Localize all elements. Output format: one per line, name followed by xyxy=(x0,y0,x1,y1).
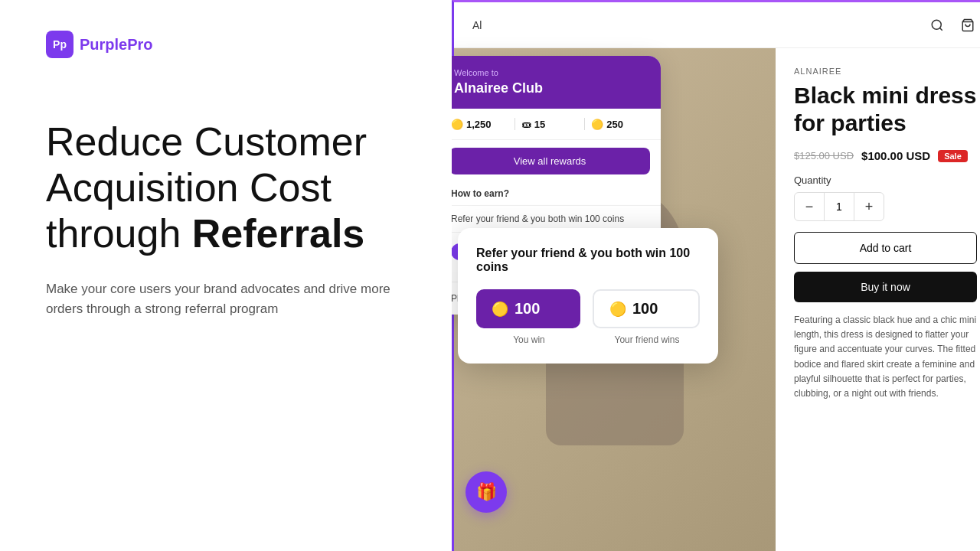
cart-icon[interactable] xyxy=(959,16,977,34)
friend-wins-label: Your friend wins xyxy=(594,331,700,345)
widget-header: Welcome to Alnairee Club xyxy=(452,56,661,109)
friend-wins-amount: 100 xyxy=(632,300,658,318)
points-icon: 🟡 xyxy=(591,119,603,130)
quantity-decrease-button[interactable]: − xyxy=(795,193,824,220)
product-title: Black mini dress for parties xyxy=(794,82,977,137)
referral-modal: Refer your friend & you both win 100 coi… xyxy=(458,228,718,364)
shop-header: Al xyxy=(454,2,980,48)
widget-stats: 🟡 1,250 🎟 15 🟡 250 xyxy=(452,109,661,140)
add-to-cart-button[interactable]: Add to cart xyxy=(794,232,977,264)
logo-icon-text: Pp xyxy=(53,38,67,51)
referral-coins-row: 🟡 100 🟡 100 xyxy=(476,289,700,328)
gift-button[interactable]: 🎁 xyxy=(466,471,507,513)
logo-text: PurplePro xyxy=(80,36,153,54)
logo-area: Pp PurplePro xyxy=(46,31,406,58)
left-panel: Pp PurplePro Reduce Customer Acquisition… xyxy=(0,0,452,551)
sale-badge: Sale xyxy=(938,150,968,162)
stat-divider-2 xyxy=(584,118,585,130)
gift-icon: 🎁 xyxy=(476,482,497,502)
product-info: ALNAIREE Black mini dress for parties $1… xyxy=(776,48,980,551)
points-value: 250 xyxy=(606,119,623,130)
widget-club-name: Alnairee Club xyxy=(454,80,645,96)
logo-icon: Pp xyxy=(46,31,74,58)
stat-coins: 🟡 1,250 xyxy=(452,119,508,130)
shop-nav-left: Al xyxy=(472,19,482,31)
logo-plain: Purple xyxy=(80,36,127,53)
stat-divider-1 xyxy=(514,118,515,130)
how-to-earn-label: How to earn? xyxy=(452,182,661,206)
widget-welcome-label: Welcome to xyxy=(454,68,645,77)
coin-labels-row: You win Your friend wins xyxy=(476,331,700,345)
quantity-value: 1 xyxy=(824,193,854,220)
coins-value: 1,250 xyxy=(466,119,492,130)
you-win-label: You win xyxy=(476,331,582,345)
subheadline: Make your core users your brand advocate… xyxy=(46,279,398,318)
you-win-amount: 100 xyxy=(514,300,540,318)
buy-now-button[interactable]: Buy it now xyxy=(794,272,977,302)
shop-nav-right xyxy=(928,16,977,34)
price-sale: $100.00 USD xyxy=(861,149,930,162)
right-panel: Al ALNAIREE Black mini dress for parties xyxy=(452,0,980,551)
you-win-box: 🟡 100 xyxy=(476,289,580,328)
friend-wins-coin-icon: 🟡 xyxy=(609,301,626,318)
browser-mockup: Al ALNAIREE Black mini dress for parties xyxy=(452,0,980,551)
you-win-coin-icon: 🟡 xyxy=(492,301,508,318)
headline: Reduce Customer Acquisition Cost through… xyxy=(46,119,406,256)
quantity-increase-button[interactable]: + xyxy=(854,193,884,220)
quantity-controls: − 1 + xyxy=(794,192,884,221)
product-description: Featuring a classic black hue and a chic… xyxy=(794,313,977,401)
stat-points: 🟡 250 xyxy=(591,119,648,130)
view-all-rewards-button[interactable]: View all rewards xyxy=(452,148,650,174)
coin-icon: 🟡 xyxy=(452,119,463,130)
ticket-icon: 🎟 xyxy=(521,119,531,130)
svg-point-0 xyxy=(932,20,941,29)
product-brand: ALNAIREE xyxy=(794,67,977,76)
quantity-label: Quantity xyxy=(794,174,977,186)
headline-bold: Referrals xyxy=(192,211,364,256)
logo-bold: Pro xyxy=(127,36,152,53)
tickets-value: 15 xyxy=(534,119,545,130)
product-pricing: $125.00 USD $100.00 USD Sale xyxy=(794,149,977,162)
stat-tickets: 🎟 15 xyxy=(521,119,579,130)
price-original: $125.00 USD xyxy=(794,150,854,161)
referral-modal-title: Refer your friend & you both win 100 coi… xyxy=(476,246,700,274)
friend-wins-box: 🟡 100 xyxy=(593,289,700,328)
search-icon[interactable] xyxy=(928,16,946,34)
